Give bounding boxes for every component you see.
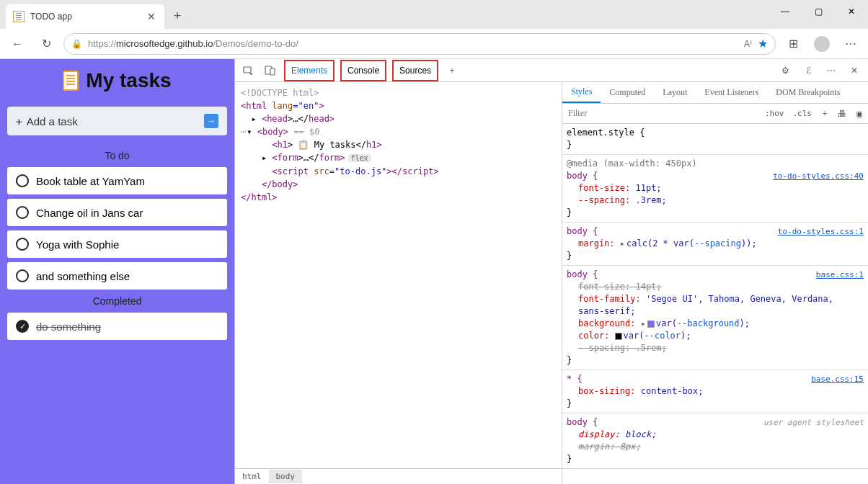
- task-checkbox[interactable]: [16, 238, 29, 251]
- page-favicon: [13, 11, 25, 22]
- tab-elements[interactable]: Elements: [284, 60, 335, 81]
- devtools-toolbar: Elements Console Sources + ⚙ ℰ ⋯ ✕: [235, 59, 868, 82]
- task-text: Yoga with Sophie: [36, 238, 119, 251]
- task-checked-icon[interactable]: ✓: [16, 320, 29, 333]
- svg-rect-2: [270, 68, 275, 75]
- close-tab-icon[interactable]: ✕: [146, 11, 157, 22]
- css-rules[interactable]: element.style { } @media (max-width: 450…: [562, 124, 868, 484]
- task-item[interactable]: Yoga with Sophie: [7, 230, 227, 258]
- app-title: My tasks: [86, 69, 171, 92]
- close-devtools-icon[interactable]: ✕: [846, 63, 862, 79]
- styles-panel: Styles Computed Layout Event Listeners D…: [562, 82, 868, 484]
- source-link[interactable]: to-do-styles.css:40: [773, 170, 864, 182]
- devtools: Elements Console Sources + ⚙ ℰ ⋯ ✕ <!DOC…: [234, 59, 868, 484]
- tab-dom-breakpoints[interactable]: DOM Breakpoints: [767, 83, 849, 102]
- window-controls: — ▢ ✕: [769, 0, 868, 23]
- color-swatch[interactable]: [647, 321, 655, 328]
- styles-filter-row: :hov .cls ＋ 🖶 ▣: [562, 104, 868, 124]
- more-menu-icon[interactable]: ⋯: [839, 32, 862, 55]
- source-link[interactable]: base.css:1: [816, 269, 864, 281]
- clipboard-icon: [63, 71, 79, 91]
- close-window-button[interactable]: ✕: [835, 0, 868, 23]
- read-aloud-icon[interactable]: A⁾: [744, 39, 752, 49]
- new-style-rule-icon[interactable]: ＋: [816, 107, 833, 120]
- tab-layout[interactable]: Layout: [654, 83, 696, 102]
- browser-tab[interactable]: TODO app ✕: [6, 4, 164, 29]
- dom-tree-panel: <!DOCTYPE html> <html lang="en"> ▸ <head…: [235, 82, 562, 484]
- print-media-icon[interactable]: 🖶: [833, 109, 851, 119]
- todo-section-label: To do: [7, 150, 227, 161]
- submit-arrow-icon[interactable]: →: [204, 114, 218, 128]
- more-styles-icon[interactable]: ▣: [851, 109, 868, 119]
- task-item-completed[interactable]: ✓do something: [7, 313, 227, 340]
- task-item[interactable]: Book table at YamYam: [7, 167, 227, 194]
- task-checkbox[interactable]: [16, 174, 29, 187]
- favorite-icon[interactable]: ★: [758, 37, 768, 50]
- tab-computed[interactable]: Computed: [601, 83, 654, 102]
- dom-tree[interactable]: <!DOCTYPE html> <html lang="en"> ▸ <head…: [235, 82, 562, 468]
- add-task-placeholder: Add a task: [27, 115, 78, 127]
- add-tab-icon[interactable]: +: [444, 63, 460, 79]
- tab-styles[interactable]: Styles: [562, 82, 601, 103]
- task-checkbox[interactable]: [16, 269, 29, 282]
- back-button[interactable]: ←: [6, 32, 29, 55]
- maximize-button[interactable]: ▢: [802, 0, 835, 23]
- new-tab-button[interactable]: +: [167, 6, 187, 26]
- browser-toolbar: ← ↻ 🔒 https://microsoftedge.github.io/De…: [0, 29, 868, 59]
- tab-console[interactable]: Console: [340, 60, 386, 81]
- refresh-button[interactable]: ↻: [35, 32, 58, 55]
- titlebar: TODO app ✕ + — ▢ ✕: [0, 0, 868, 29]
- lock-icon: 🔒: [71, 39, 82, 49]
- app-header: My tasks: [7, 69, 227, 92]
- todo-app: My tasks + Add a task → To do Book table…: [0, 59, 234, 484]
- device-mode-icon[interactable]: [262, 63, 278, 79]
- profile-avatar[interactable]: [810, 32, 833, 55]
- task-item[interactable]: and something else: [7, 262, 227, 290]
- svg-rect-0: [244, 67, 251, 73]
- settings-gear-icon[interactable]: ⚙: [777, 63, 793, 79]
- crumb-body[interactable]: body: [269, 470, 303, 483]
- task-text: do something: [36, 321, 101, 333]
- styles-filter-input[interactable]: [562, 108, 761, 119]
- crumb-html[interactable]: html: [235, 470, 269, 483]
- completed-section-label: Completed: [7, 295, 227, 307]
- color-swatch[interactable]: [615, 333, 622, 340]
- task-text: Book table at YamYam: [36, 175, 145, 187]
- source-link[interactable]: base.css:15: [811, 373, 864, 385]
- task-item[interactable]: Change oil in Jans car: [7, 199, 227, 226]
- inspect-icon[interactable]: [241, 63, 257, 79]
- cls-toggle[interactable]: .cls: [789, 109, 817, 118]
- styles-tabs: Styles Computed Layout Event Listeners D…: [562, 82, 868, 104]
- collections-icon[interactable]: ⊞: [781, 32, 805, 55]
- task-text: Change oil in Jans car: [36, 207, 143, 219]
- tab-title: TODO app: [30, 12, 140, 22]
- task-text: and something else: [36, 270, 130, 282]
- dom-breadcrumb: html body: [235, 468, 562, 484]
- minimize-button[interactable]: —: [769, 0, 802, 23]
- url-text: https://microsoftedge.github.io/Demos/de…: [88, 38, 738, 49]
- address-bar[interactable]: 🔒 https://microsoftedge.github.io/Demos/…: [63, 33, 776, 55]
- hov-toggle[interactable]: :hov: [761, 109, 789, 118]
- add-task-input[interactable]: + Add a task →: [7, 107, 227, 135]
- tab-sources[interactable]: Sources: [392, 60, 438, 81]
- source-link[interactable]: to-do-styles.css:1: [778, 225, 864, 238]
- plus-icon: +: [16, 115, 22, 127]
- tab-event-listeners[interactable]: Event Listeners: [696, 83, 767, 102]
- more-icon[interactable]: ⋯: [823, 63, 839, 79]
- activity-icon[interactable]: ℰ: [800, 63, 816, 79]
- task-checkbox[interactable]: [16, 206, 29, 219]
